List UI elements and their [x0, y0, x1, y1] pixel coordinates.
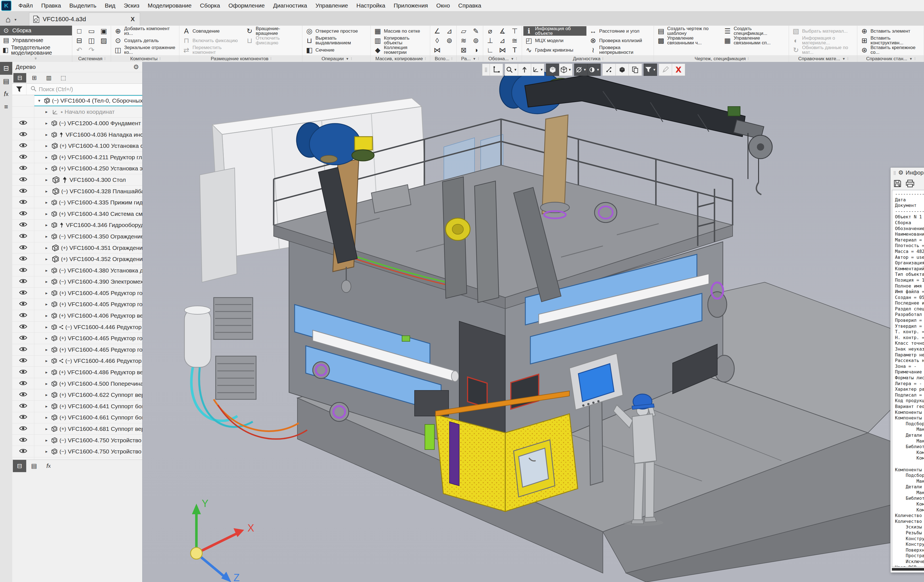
viewport-tool-hide[interactable]: ▼ — [574, 64, 587, 76]
eye-icon[interactable] — [19, 131, 27, 138]
tree-row-component[interactable]: ▸(−) VFC1600-4.390 Электромеханиче — [12, 276, 142, 288]
eye-icon[interactable] — [19, 176, 27, 183]
tree-bottom-tab-params[interactable]: ▤ — [27, 460, 41, 472]
document-tab[interactable]: VFC1600-4.a3d X — [29, 13, 140, 26]
tree-row-component[interactable]: ▸(−) VFC1600-4.466 Редуктор вертик — [12, 356, 142, 367]
ribbon-button-aux5[interactable]: ⊚ — [444, 36, 455, 45]
menu-item-11[interactable]: Приложения — [389, 0, 432, 11]
viewport-tool-pen[interactable] — [659, 64, 672, 76]
ribbon-button-cut[interactable]: ⊔ Вырезать выдавливанием — [304, 36, 369, 45]
eye-icon[interactable] — [19, 369, 27, 376]
tree-row-origin[interactable]: ▸ ●Начало координат — [12, 107, 142, 118]
eye-icon[interactable] — [19, 324, 27, 330]
3d-viewport[interactable]: Y X Z ⣿▼▼▼▼▼▼X ⣿ ⚙ Информация X — [143, 62, 924, 582]
tree-bottom-tab-fx[interactable]: fx — [42, 460, 55, 472]
ribbon-button-aux2[interactable]: ◊ — [432, 36, 443, 45]
tree-row-component[interactable]: ▸(+) VFC1600-4.486 Редуктор вертикал — [12, 367, 142, 378]
eye-icon[interactable] — [19, 425, 27, 432]
eye-icon[interactable] — [19, 165, 27, 172]
tree-row-component[interactable]: ▸ VFC1600-4.800 Установка датчик — [12, 457, 142, 460]
menu-item-3[interactable]: Вид — [101, 0, 119, 11]
ribbon-button-move[interactable]: ⇄ Переместить компонент — [181, 45, 243, 54]
ribbon-button-fix-off[interactable]: ⊔ Отключить фиксацию — [244, 36, 301, 45]
ribbon-button-ob8[interactable]: ≅ — [509, 36, 520, 45]
menu-item-8[interactable]: Диагностика — [269, 0, 311, 11]
viewport-tool-sketch[interactable] — [490, 64, 503, 76]
ribbon-button-ra1[interactable]: ▱ — [458, 26, 469, 36]
tree-row-component[interactable]: ▸(−) VFC1600-4.750 Устройство загру — [12, 435, 142, 446]
ribbon-button-add-component[interactable]: ⊕ Добавить компонент из... — [112, 26, 178, 36]
ribbon-button-collection[interactable]: ◆ Коллекция геометрии — [372, 45, 429, 54]
tree-row-component[interactable]: ▸(+) VFC1600-4.352 Ограждение — [12, 254, 142, 265]
tree-row-component[interactable]: ▸(+) VFC1600-4.661 Суппорт боковой — [12, 412, 142, 424]
tree-row-component[interactable]: ▸(+) VFC1600-4.211 Редуктор главного — [12, 152, 142, 163]
tree-row-component[interactable]: ▸(+) VFC1600-4.351 Ограждение — [12, 242, 142, 254]
eye-icon[interactable] — [19, 301, 27, 308]
tree-tool-tree-num[interactable]: ⊟ — [13, 73, 26, 82]
tree-row-component[interactable]: ▸(+) VFC1600-4.406 Редуктор вертикал — [12, 310, 142, 322]
ribbon-button-manage-draw[interactable]: ▩ Управление связанными ч... — [655, 36, 721, 45]
ribbon-tab-2[interactable]: ◧ Твердотельное моделирование — [0, 45, 72, 55]
panel-strip-params-icon[interactable]: ▤ — [0, 75, 12, 87]
tree-row-component[interactable]: ▸(+) VFC1600-4.465 Редуктор горизон — [12, 344, 142, 356]
ribbon-button-draw-template[interactable]: ▤ Создать чертеж по шаблону — [655, 26, 721, 36]
eye-icon[interactable] — [19, 120, 27, 127]
tree-row-component[interactable]: ▸(+) VFC1600-4.622 Суппорт верхний — [12, 389, 142, 401]
eye-icon[interactable] — [19, 380, 27, 387]
ribbon-button-ins-elem[interactable]: ⊕ Вставить элемент — [859, 26, 922, 36]
ribbon-button-mat-info[interactable]: ◐ Информация о материале... — [790, 36, 856, 45]
ribbon-button-ra5[interactable]: ⊚ — [470, 36, 482, 45]
menu-item-6[interactable]: Сборка — [196, 0, 224, 11]
panel-strip-burger-icon[interactable]: ≡ — [0, 101, 12, 113]
tree-row-component[interactable]: ▸ VFC1600-4.346 Гидрооборудовани — [12, 220, 142, 231]
eye-icon[interactable] — [19, 392, 27, 398]
eye-icon[interactable] — [19, 267, 27, 274]
ribbon-button-redo[interactable]: ↷ — [86, 45, 97, 54]
ribbon-button-manage-spec[interactable]: ▦ Управление связанными сп... — [722, 36, 787, 45]
ribbon-button-section[interactable]: ◧ Сечение — [304, 45, 369, 54]
eye-icon[interactable] — [19, 312, 27, 319]
menu-item-5[interactable]: Моделирование — [144, 0, 196, 11]
eye-icon[interactable] — [19, 448, 27, 455]
ribbon-button-array-grid[interactable]: ▦ Массив по сетке — [372, 26, 429, 36]
info-window-titlebar[interactable]: ⣿ ⚙ Информация X — [891, 168, 924, 178]
viewport-tool-filter[interactable]: ▼ — [644, 64, 657, 76]
tree-bottom-tab-tree[interactable]: ⊟ — [13, 460, 26, 472]
ribbon-button-obT[interactable]: T — [509, 45, 520, 54]
viewport-tool-wirecube[interactable]: ▼ — [559, 64, 573, 76]
ribbon-button-ra4[interactable]: ✎ — [470, 26, 482, 36]
viewport-tool-zoom[interactable]: ▼ — [505, 64, 518, 76]
tree-row-component[interactable]: ▸(−) VFC1600-4.446 Редуктор вертик — [12, 322, 142, 333]
ribbon-button-ob6[interactable]: ⋈ — [497, 45, 508, 54]
menu-item-13[interactable]: Справка — [454, 0, 485, 11]
ribbon-collapse-button[interactable]: » — [0, 55, 72, 62]
ribbon-button-collision[interactable]: ⊗ Проверка коллизий — [587, 36, 653, 45]
tree-row-component[interactable]: ▸(+) VFC1600-4.681 Суппорт верхний — [12, 423, 142, 435]
info-window[interactable]: ⣿ ⚙ Информация X ---------- — [890, 167, 924, 573]
menu-item-9[interactable]: Управление — [311, 0, 352, 11]
eye-icon[interactable] — [19, 414, 27, 421]
tree-row-component[interactable]: ▸(−) VFC1600-4.750 Устройство загру — [12, 446, 142, 457]
panel-strip-fx-icon[interactable]: fx — [0, 87, 12, 101]
ribbon-button-ob3[interactable]: ∟ — [485, 45, 496, 54]
ribbon-button-mcx[interactable]: ◰ МЦХ модели — [523, 36, 586, 45]
tree-row-component[interactable]: ▸(−) VFC1200-4.000 Фундамент станка — [12, 118, 142, 129]
gear-icon[interactable]: ⚙ — [133, 63, 139, 71]
ribbon-button-save[interactable]: ▣ — [98, 26, 109, 36]
eye-icon[interactable] — [19, 256, 27, 262]
save-icon[interactable] — [893, 179, 902, 188]
ribbon-button-copy[interactable]: ▥ Копировать объекты — [372, 36, 429, 45]
ribbon-button-save-edit[interactable]: ▨ — [98, 36, 109, 45]
viewport-tool-cube[interactable] — [546, 64, 559, 76]
ribbon-button-ob1[interactable]: ⌀ — [485, 26, 496, 36]
search-input[interactable]: Поиск (Ctrl+/) — [39, 86, 73, 92]
eye-icon[interactable] — [19, 358, 27, 364]
eye-icon[interactable] — [19, 199, 27, 206]
ribbon-button-mat-select[interactable]: ▧ Выбрать материал... — [790, 26, 856, 36]
ribbon-button-aux1[interactable]: ∠ — [432, 26, 443, 36]
eye-icon[interactable] — [19, 290, 27, 297]
ribbon-button-preview[interactable]: ◫ — [86, 36, 97, 45]
ribbon-button-ra6[interactable]: ◑ — [470, 45, 482, 54]
ribbon-button-new[interactable]: □ — [74, 26, 85, 36]
panel-strip-tree-icon[interactable]: ⊟ — [0, 62, 12, 75]
